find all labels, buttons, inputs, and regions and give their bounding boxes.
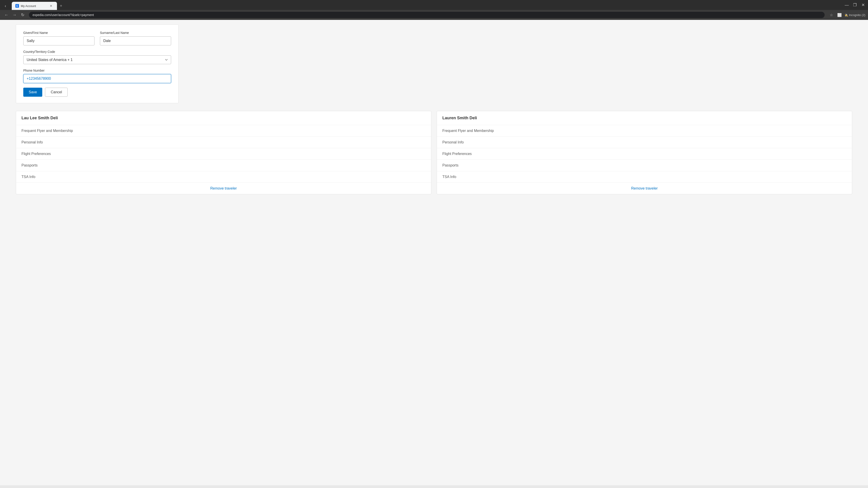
nav-controls: ← → ↻ — [3, 11, 26, 19]
country-label: Country/Territory Code — [23, 50, 171, 54]
given-name-field: Given/First Name — [23, 31, 94, 45]
form-card: Given/First Name Surname/Last Name Count… — [16, 24, 179, 103]
traveler-2-passports[interactable]: Passports — [437, 160, 852, 171]
phone-row: Phone Number — [23, 69, 171, 83]
incognito-label: Incognito (2) — [849, 13, 865, 17]
traveler-1-passports[interactable]: Passports — [16, 160, 431, 171]
maximize-button[interactable]: ❐ — [852, 2, 858, 8]
top-section: Given/First Name Surname/Last Name Count… — [0, 20, 868, 111]
traveler-1-name: Lau Lee Smith Deli — [22, 116, 58, 120]
tab-title: My Account — [21, 4, 47, 8]
traveler-1-footer: Remove traveler — [16, 183, 431, 194]
given-name-input[interactable] — [23, 36, 94, 45]
page-content: Given/First Name Surname/Last Name Count… — [0, 20, 868, 485]
surname-field: Surname/Last Name — [100, 31, 171, 45]
surname-label: Surname/Last Name — [100, 31, 171, 35]
save-button[interactable]: Save — [23, 88, 42, 97]
incognito-icon: 🕵 — [844, 13, 848, 17]
tab-favicon: E — [16, 4, 19, 8]
phone-input[interactable] — [23, 74, 171, 83]
traveler-2-footer: Remove traveler — [437, 183, 852, 194]
window-controls: — ❐ ✕ — [844, 2, 866, 10]
remove-traveler-2-link[interactable]: Remove traveler — [631, 186, 657, 190]
incognito-badge[interactable]: 🕵 Incognito (2) — [844, 12, 865, 18]
phone-field: Phone Number — [23, 69, 171, 83]
browser-chrome: ‹ E My Account ✕ + — ❐ ✕ ← → ↻ ☆ ⬜ — [0, 0, 868, 20]
url-input[interactable] — [33, 13, 821, 17]
address-bar[interactable] — [29, 12, 825, 18]
back-button[interactable]: ← — [3, 11, 10, 19]
active-tab[interactable]: E My Account ✕ — [12, 2, 57, 10]
button-row: Save Cancel — [23, 88, 171, 97]
tab-back-btn[interactable]: ‹ — [2, 2, 9, 9]
traveler-card-1: Lau Lee Smith Deli Frequent Flyer and Me… — [16, 111, 431, 194]
chevron-left-icon: ‹ — [5, 4, 6, 8]
minimize-button[interactable]: — — [844, 2, 850, 8]
tab-close-button[interactable]: ✕ — [49, 4, 53, 8]
traveler-card-1-header: Lau Lee Smith Deli — [16, 111, 431, 125]
address-bar-row: ← → ↻ ☆ ⬜ 🕵 Incognito (2) — [0, 10, 868, 20]
surname-input[interactable] — [100, 36, 171, 45]
traveler-1-personal-info[interactable]: Personal Info — [16, 137, 431, 148]
traveler-2-flight-preferences[interactable]: Flight Preferences — [437, 148, 852, 160]
given-name-label: Given/First Name — [23, 31, 94, 35]
remove-traveler-1-link[interactable]: Remove traveler — [210, 186, 237, 190]
traveler-1-frequent-flyer[interactable]: Frequent Flyer and Membership — [16, 125, 431, 137]
traveler-2-tsa-info[interactable]: TSA Info — [437, 171, 852, 183]
tab-controls: ‹ — [2, 2, 9, 9]
travelers-section: Lau Lee Smith Deli Frequent Flyer and Me… — [0, 111, 868, 194]
traveler-1-tsa-info[interactable]: TSA Info — [16, 171, 431, 183]
cancel-button[interactable]: Cancel — [45, 88, 68, 97]
name-row: Given/First Name Surname/Last Name — [23, 31, 171, 45]
bookmark-icon[interactable]: ☆ — [828, 12, 835, 18]
traveler-2-personal-info[interactable]: Personal Info — [437, 137, 852, 148]
traveler-2-frequent-flyer[interactable]: Frequent Flyer and Membership — [437, 125, 852, 137]
tab-bar: ‹ E My Account ✕ + — ❐ ✕ — [0, 0, 868, 10]
traveler-card-2: Lauren Smith Deli Frequent Flyer and Mem… — [437, 111, 852, 194]
close-button[interactable]: ✕ — [860, 2, 866, 8]
address-bar-icons: ☆ ⬜ 🕵 Incognito (2) — [828, 12, 865, 18]
forward-button[interactable]: → — [11, 11, 18, 19]
country-field: Country/Territory Code United States of … — [23, 50, 171, 64]
phone-label: Phone Number — [23, 69, 171, 72]
country-select[interactable]: United States of America + 1 — [23, 55, 171, 64]
traveler-1-flight-preferences[interactable]: Flight Preferences — [16, 148, 431, 160]
new-tab-button[interactable]: + — [58, 3, 64, 9]
extensions-icon[interactable]: ⬜ — [836, 12, 843, 18]
reload-button[interactable]: ↻ — [19, 11, 26, 19]
traveler-2-name: Lauren Smith Deli — [442, 116, 477, 120]
traveler-card-2-header: Lauren Smith Deli — [437, 111, 852, 125]
country-row: Country/Territory Code United States of … — [23, 50, 171, 64]
